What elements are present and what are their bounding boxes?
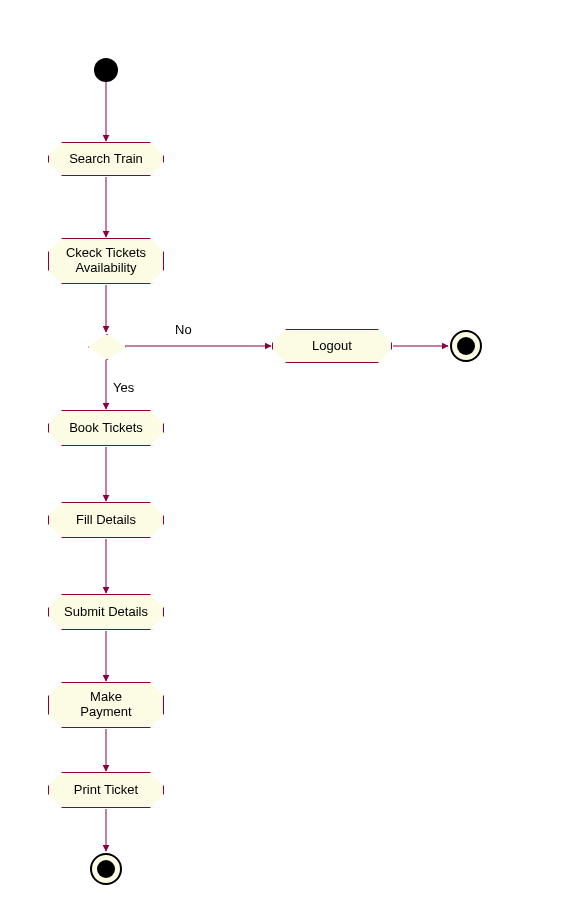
activity-diagram: Search Train Ckeck Tickets Availability … — [0, 0, 579, 923]
final-node-right — [450, 330, 482, 362]
activity-label: Submit Details — [64, 605, 148, 620]
activity-label: Print Ticket — [74, 783, 138, 798]
activity-label: Fill Details — [76, 513, 136, 528]
decision-node — [88, 334, 126, 360]
activity-print-ticket: Print Ticket — [48, 772, 164, 808]
activity-label: Make Payment — [80, 690, 131, 720]
decision-yes-label: Yes — [113, 380, 134, 395]
activity-check-tickets: Ckeck Tickets Availability — [48, 238, 164, 284]
activity-search-train: Search Train — [48, 142, 164, 176]
activity-label: Logout — [312, 339, 352, 354]
activity-label: Search Train — [69, 152, 143, 167]
initial-node — [94, 58, 118, 82]
activity-make-payment: Make Payment — [48, 682, 164, 728]
activity-submit-details: Submit Details — [48, 594, 164, 630]
activity-book-tickets: Book Tickets — [48, 410, 164, 446]
decision-no-label: No — [175, 322, 192, 337]
activity-label: Ckeck Tickets Availability — [66, 246, 146, 276]
final-node-bottom — [90, 853, 122, 885]
activity-label: Book Tickets — [69, 421, 143, 436]
activity-fill-details: Fill Details — [48, 502, 164, 538]
activity-logout: Logout — [272, 329, 392, 363]
